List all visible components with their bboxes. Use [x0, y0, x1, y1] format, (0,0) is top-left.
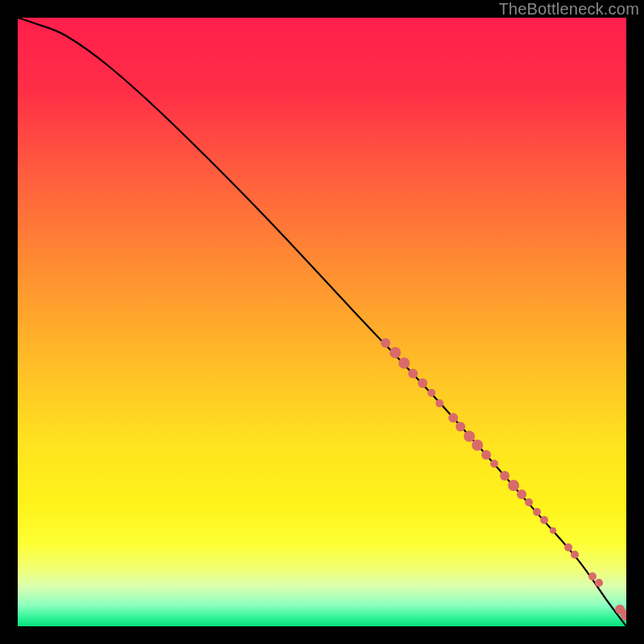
scatter-dots-layer — [18, 18, 626, 626]
scatter-dot — [381, 338, 390, 348]
scatter-dot — [408, 369, 418, 378]
chart-stage: TheBottleneck.com — [0, 0, 644, 644]
scatter-dot — [398, 357, 410, 369]
scatter-dot — [390, 347, 401, 358]
watermark-text: TheBottleneck.com — [498, 0, 639, 19]
scatter-dot — [427, 389, 436, 397]
scatter-dot — [436, 399, 444, 407]
plot-area — [18, 18, 626, 626]
scatter-dot — [564, 543, 572, 551]
scatter-dot — [571, 551, 579, 559]
scatter-dot — [508, 480, 519, 491]
scatter-dot — [448, 413, 458, 423]
scatter-dot — [525, 498, 533, 506]
scatter-dot — [595, 579, 603, 587]
scatter-dot — [481, 450, 491, 460]
scatter-dot — [418, 378, 427, 388]
scatter-dot — [456, 422, 465, 431]
scatter-dot — [621, 609, 626, 621]
scatter-dot — [517, 489, 526, 499]
scatter-dot — [550, 527, 556, 534]
scatter-dot — [533, 508, 541, 516]
scatter-dot — [490, 460, 498, 468]
scatter-dot — [472, 440, 483, 451]
scatter-dot — [540, 516, 548, 524]
scatter-dot — [500, 471, 510, 481]
